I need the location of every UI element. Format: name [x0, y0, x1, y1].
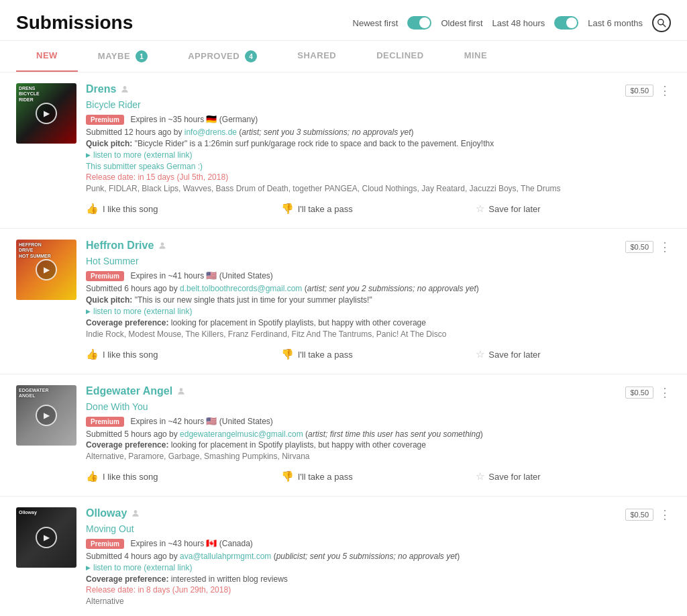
save-button-olloway[interactable]: ☆ Save for later [476, 613, 671, 616]
last-48h-label: Last 48 hours [492, 18, 545, 28]
listen-link-drens[interactable]: listen to more (external link) [86, 150, 671, 160]
submission-content-olloway: Olloway $0.50 ⋮ Moving Out Premium Expir… [86, 507, 671, 616]
album-art-edgewater: EDGEWATERANGEL ▶ [16, 385, 76, 446]
user-icon [120, 85, 129, 94]
price-badge-olloway: $0.50 [625, 509, 653, 521]
tier-expires-heffron: Premium Expires in ~41 hours 🇺🇸 (United … [86, 270, 671, 281]
art-text-heffron: HEFFRONDRIVEHOT SUMMER [19, 242, 51, 259]
play-button-drens[interactable]: ▶ [36, 103, 57, 124]
save-label: Save for later [488, 350, 540, 360]
thumb-down-icon: 👎 [281, 203, 294, 215]
expires-text-edgewater: Expires in ~42 hours 🇺🇸 (United States) [130, 417, 272, 426]
action-buttons-drens: 👍 I like this song 👎 I'll take a pass ☆ … [86, 200, 671, 217]
svg-point-4 [180, 388, 183, 391]
svg-point-2 [123, 86, 127, 89]
premium-badge-olloway: Premium [86, 539, 124, 549]
page-header: Submissions Newest first Oldest first La… [0, 0, 687, 41]
tab-declined[interactable]: DECLINED [356, 41, 443, 72]
pass-button-edgewater[interactable]: 👎 I'll take a pass [281, 468, 476, 485]
save-button-heffron[interactable]: ☆ Save for later [476, 346, 671, 363]
like-button-heffron[interactable]: 👍 I like this song [86, 346, 281, 363]
premium-badge-drens: Premium [86, 115, 124, 125]
newest-first-toggle[interactable] [407, 16, 431, 30]
expires-text-drens: Expires in ~35 hours 🇩🇪 (Germany) [130, 115, 258, 124]
pass-button-drens[interactable]: 👎 I'll take a pass [281, 200, 476, 217]
thumb-up-icon: 👍 [86, 470, 99, 482]
like-label: I like this song [103, 472, 158, 482]
listen-link-heffron[interactable]: listen to more (external link) [86, 307, 671, 316]
pass-button-heffron[interactable]: 👎 I'll take a pass [281, 346, 476, 363]
last-6mo-toggle[interactable] [554, 16, 578, 30]
expires-text-heffron: Expires in ~41 hours 🇺🇸 (United States) [130, 271, 272, 280]
like-button-olloway[interactable]: 👍 I like this song [86, 613, 281, 616]
tab-approved[interactable]: APPROVED 4 [168, 41, 277, 72]
tab-new[interactable]: NEW [16, 41, 78, 72]
like-label: I like this song [103, 204, 158, 214]
submitter-email-heffron[interactable]: d.belt.tolboothrecords@gmail.com [180, 284, 302, 293]
play-button-olloway[interactable]: ▶ [36, 527, 57, 548]
header-right-edgewater: $0.50 ⋮ [625, 385, 671, 400]
save-label: Save for later [488, 472, 540, 482]
like-button-drens[interactable]: 👍 I like this song [86, 200, 281, 217]
play-button-edgewater[interactable]: ▶ [36, 405, 57, 426]
submission-item: HEFFRONDRIVEHOT SUMMER ▶ Heffron Drive $… [0, 229, 687, 374]
thumb-down-icon: 👎 [281, 470, 294, 482]
more-button-olloway[interactable]: ⋮ [659, 507, 671, 522]
like-button-edgewater[interactable]: 👍 I like this song [86, 468, 281, 485]
submitter-email-drens[interactable]: info@drens.de [184, 127, 237, 137]
art-text-olloway: Olloway [19, 510, 37, 515]
track-name-drens: Bicycle Rider [86, 99, 671, 110]
star-icon: ☆ [476, 348, 484, 360]
play-button-heffron[interactable]: ▶ [36, 259, 57, 280]
pass-label: I'll take a pass [298, 350, 353, 360]
submission-content-heffron: Heffron Drive $0.50 ⋮ Hot Summer Premium… [86, 240, 671, 363]
tab-shared[interactable]: SHARED [277, 41, 356, 72]
submitted-text-drens: Submitted 12 hours ago by info@drens.de … [86, 127, 671, 137]
more-button-edgewater[interactable]: ⋮ [659, 385, 671, 400]
approved-badge: 4 [245, 50, 257, 62]
submitter-email-olloway[interactable]: ava@tallulahprmgmt.com [180, 552, 271, 561]
action-buttons-heffron: 👍 I like this song 👎 I'll take a pass ☆ … [86, 346, 671, 363]
search-button[interactable] [652, 13, 671, 32]
star-icon: ☆ [476, 470, 484, 482]
premium-badge-edgewater: Premium [86, 417, 124, 427]
coverage-pref-heffron: Coverage preference: looking for placeme… [86, 318, 671, 327]
pass-label: I'll take a pass [298, 204, 353, 214]
svg-line-1 [663, 24, 666, 27]
action-buttons-olloway: 👍 I like this song 👎 I'll take a pass ☆ … [86, 613, 671, 616]
submission-header-edgewater: Edgewater Angel $0.50 ⋮ [86, 385, 671, 400]
submission-item: EDGEWATERANGEL ▶ Edgewater Angel $0.50 ⋮… [0, 374, 687, 497]
submitted-text-olloway: Submitted 4 hours ago by ava@tallulahprm… [86, 552, 671, 561]
save-button-drens[interactable]: ☆ Save for later [476, 200, 671, 217]
thumb-up-icon: 👍 [86, 348, 99, 360]
coverage-pref-edgewater: Coverage preference: looking for placeme… [86, 440, 671, 450]
album-art-heffron: HEFFRONDRIVEHOT SUMMER ▶ [16, 240, 76, 300]
last-6mo-knob [566, 17, 577, 28]
artist-name-olloway: Olloway [86, 507, 140, 519]
submitter-email-edgewater[interactable]: edgewaterangelmusic@gmail.com [180, 429, 303, 439]
release-date-drens: Release date: in 15 days (Jul 5th, 2018) [86, 172, 671, 182]
price-badge-heffron: $0.50 [625, 241, 653, 253]
newest-first-knob [419, 17, 430, 28]
header-right-olloway: $0.50 ⋮ [625, 507, 671, 522]
submission-item: Olloway ▶ Olloway $0.50 ⋮ Moving Out Pre… [0, 497, 687, 616]
tab-mine[interactable]: MINE [444, 41, 508, 72]
thumb-up-icon: 👍 [86, 203, 99, 215]
submission-header-drens: Drens $0.50 ⋮ [86, 83, 671, 98]
header-controls: Newest first Oldest first Last 48 hours … [353, 13, 671, 32]
save-button-edgewater[interactable]: ☆ Save for later [476, 468, 671, 485]
header-right-heffron: $0.50 ⋮ [625, 240, 671, 254]
more-button-heffron[interactable]: ⋮ [659, 240, 671, 254]
page-title: Submissions [16, 12, 133, 34]
pass-label: I'll take a pass [298, 472, 353, 482]
listen-link-olloway[interactable]: listen to more (external link) [86, 563, 671, 572]
submitted-text-edgewater: Submitted 5 hours ago by edgewaterangelm… [86, 429, 671, 439]
action-buttons-edgewater: 👍 I like this song 👎 I'll take a pass ☆ … [86, 468, 671, 485]
submission-content-drens: Drens $0.50 ⋮ Bicycle Rider Premium Expi… [86, 83, 671, 217]
pass-button-olloway[interactable]: 👎 I'll take a pass [281, 613, 476, 616]
more-button-drens[interactable]: ⋮ [659, 83, 671, 98]
maybe-badge: 1 [136, 50, 148, 62]
user-icon [158, 241, 167, 250]
tags-drens: Punk, FIDLAR, Black Lips, Wavves, Bass D… [86, 184, 671, 193]
tab-maybe[interactable]: MAYBE 1 [78, 41, 168, 72]
